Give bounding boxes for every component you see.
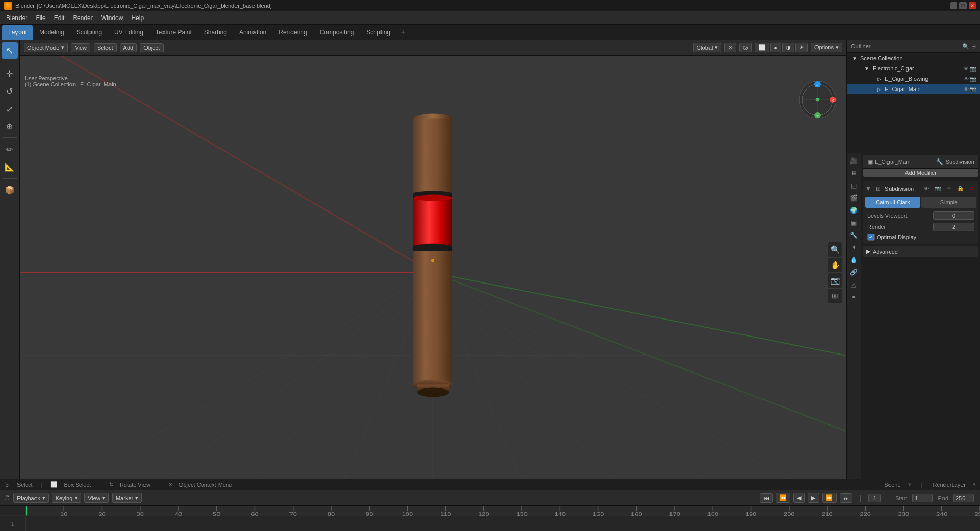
- navigation-widget[interactable]: X Y Z: [797, 79, 838, 120]
- outliner-header: Outliner 🔍 ⊟: [847, 40, 980, 53]
- rendered-button[interactable]: ☀: [795, 43, 808, 52]
- e-cigar-blowing-icon: ▷: [876, 75, 883, 82]
- playback-label: Playback: [17, 495, 40, 501]
- proportional-editing-button[interactable]: ◎: [739, 43, 752, 52]
- minimize-button[interactable]: ─: [950, 2, 957, 9]
- tab-animation[interactable]: Animation: [233, 25, 273, 40]
- particles-props-button[interactable]: ✦: [848, 242, 860, 253]
- options-button[interactable]: Options ▾: [811, 43, 842, 52]
- modifier-edit-icon[interactable]: ✏: [945, 184, 954, 193]
- object-mode-dropdown[interactable]: Object Mode ▾: [24, 43, 68, 52]
- rotate-tool-button[interactable]: ↺: [2, 83, 18, 99]
- next-keyframe-button[interactable]: ⏩: [822, 493, 837, 503]
- annotate-tool-button[interactable]: ✏: [2, 141, 18, 157]
- world-props-button[interactable]: 🌍: [848, 205, 860, 216]
- view-menu-button[interactable]: View: [71, 43, 90, 52]
- menu-file[interactable]: File: [31, 13, 49, 23]
- add-cube-button[interactable]: 📦: [2, 182, 18, 198]
- add-workspace-button[interactable]: +: [396, 26, 409, 39]
- optimal-display-checkbox[interactable]: ✓: [867, 234, 875, 241]
- maximize-button[interactable]: □: [959, 2, 967, 9]
- timeline-body[interactable]: 10 20 30 40 50 60 70 80 90: [0, 506, 980, 531]
- move-tool-button[interactable]: ✛: [2, 65, 18, 82]
- outliner-filter-icon[interactable]: ⊟: [971, 43, 976, 50]
- play-reverse-button[interactable]: ◀: [793, 493, 805, 503]
- advanced-section-header[interactable]: ▶ Advanced: [863, 246, 978, 257]
- modifier-props-button active[interactable]: 🔧: [848, 229, 860, 241]
- tab-compositing[interactable]: Compositing: [314, 25, 360, 40]
- snap-button[interactable]: ⊙: [724, 43, 736, 52]
- ortho-icon[interactable]: ⊞: [828, 289, 842, 303]
- viewport-3d[interactable]: Object Mode ▾ View Select Add Object Glo…: [20, 40, 846, 490]
- data-props-button[interactable]: △: [848, 279, 860, 290]
- tab-sculpting[interactable]: Sculpting: [70, 25, 108, 40]
- scale-tool-button[interactable]: ⤢: [2, 100, 18, 117]
- outliner-electronic-cigar[interactable]: ▼ Electronic_Cigar 👁 📷: [847, 63, 980, 74]
- jump-start-button[interactable]: ⏮: [760, 493, 773, 503]
- material-props-button[interactable]: ●: [848, 291, 860, 303]
- tab-layout[interactable]: Layout: [2, 25, 33, 40]
- keying-dropdown[interactable]: Keying ▾: [52, 493, 82, 503]
- object-mode-label: Object Mode: [27, 45, 59, 51]
- start-frame-input[interactable]: [912, 494, 933, 502]
- modifier-realtime-icon[interactable]: 👁: [922, 184, 931, 193]
- select-menu-button[interactable]: Select: [94, 43, 117, 52]
- tab-rendering[interactable]: Rendering: [273, 25, 313, 40]
- physics-props-button[interactable]: 💧: [848, 254, 860, 266]
- camera-icon[interactable]: 📷: [828, 273, 842, 288]
- view-collection-label: (1) Scene Collection | E_Cigar_Main: [25, 81, 116, 87]
- jump-end-button[interactable]: ⏭: [840, 493, 852, 503]
- scene-props-button[interactable]: 🎬: [848, 192, 860, 204]
- outliner-e-cigar-main[interactable]: ▷ E_Cigar_Main 👁 📷: [847, 84, 980, 94]
- menu-help[interactable]: Help: [127, 13, 148, 23]
- tab-texture-paint[interactable]: Texture Paint: [150, 25, 198, 40]
- render-props-button[interactable]: 🎥: [848, 155, 860, 167]
- tab-shading[interactable]: Shading: [198, 25, 233, 40]
- timeline-view-dropdown[interactable]: View ▾: [84, 493, 109, 503]
- add-menu-button[interactable]: Add: [120, 43, 137, 52]
- subdivision-prop-icon: 🔧: [936, 158, 943, 165]
- tab-scripting[interactable]: Scripting: [360, 25, 396, 40]
- simple-button[interactable]: Simple: [921, 197, 976, 208]
- measure-tool-button[interactable]: 📐: [2, 158, 18, 175]
- object-props-button[interactable]: ▣: [848, 217, 860, 228]
- levels-viewport-input[interactable]: [933, 211, 974, 220]
- subdivision-collapse-icon[interactable]: ▼: [865, 185, 872, 192]
- solid-button[interactable]: ●: [770, 43, 781, 52]
- play-button[interactable]: ▶: [808, 493, 819, 503]
- modifier-lock-icon[interactable]: 🔒: [956, 184, 965, 193]
- view-layer-props-button[interactable]: ◱: [848, 180, 860, 191]
- constraints-props-button[interactable]: 🔗: [848, 267, 860, 278]
- global-dropdown[interactable]: Global ▾: [693, 43, 722, 52]
- menu-edit[interactable]: Edit: [50, 13, 69, 23]
- modifier-close-button[interactable]: ✕: [967, 184, 976, 193]
- material-preview-button[interactable]: ◑: [782, 43, 794, 52]
- menu-window[interactable]: Window: [97, 13, 128, 23]
- modifier-render-icon[interactable]: 📷: [933, 184, 942, 193]
- close-button[interactable]: ✕: [969, 2, 976, 9]
- zoom-icon[interactable]: 🔍: [828, 242, 842, 257]
- prev-keyframe-button[interactable]: ⏪: [776, 493, 790, 503]
- current-frame-box[interactable]: 1: [868, 494, 881, 502]
- wireframe-button[interactable]: ⬜: [755, 43, 769, 52]
- viewport-canvas[interactable]: User Perspective (1) Scene Collection | …: [20, 56, 846, 490]
- marker-dropdown[interactable]: Marker ▾: [112, 493, 142, 503]
- render-level-input[interactable]: [933, 223, 974, 231]
- pan-icon[interactable]: ✋: [828, 258, 842, 272]
- tab-modeling[interactable]: Modeling: [33, 25, 70, 40]
- menu-render[interactable]: Render: [68, 13, 97, 23]
- output-props-button[interactable]: 🖥: [848, 168, 860, 179]
- outliner-scene-collection[interactable]: ▼ Scene Collection: [847, 53, 980, 63]
- outliner-search-icon[interactable]: 🔍: [962, 43, 969, 50]
- outliner-e-cigar-blowing[interactable]: ▷ E_Cigar_Blowing 👁 📷: [847, 74, 980, 84]
- tab-uv-editing[interactable]: UV Editing: [108, 25, 150, 40]
- end-frame-input[interactable]: [953, 494, 974, 502]
- playback-dropdown[interactable]: Playback ▾: [13, 493, 49, 503]
- object-menu-button[interactable]: Object: [140, 43, 164, 52]
- select-tool-button[interactable]: ↖: [2, 42, 18, 59]
- transform-tool-button[interactable]: ⊕: [2, 118, 18, 134]
- catmull-clark-button[interactable]: Catmull-Clark: [865, 197, 920, 208]
- menu-blender[interactable]: Blender: [2, 13, 31, 23]
- timeline-track-area[interactable]: 1: [0, 516, 980, 531]
- add-modifier-button[interactable]: Add Modifier: [863, 169, 978, 177]
